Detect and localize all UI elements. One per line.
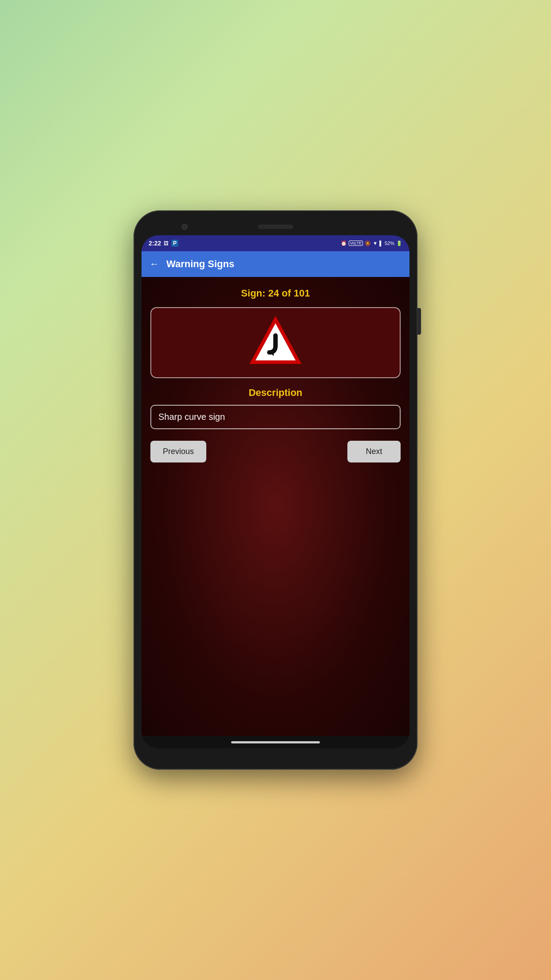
- warning-sign-svg: [249, 316, 302, 369]
- battery-percent: 52%: [385, 241, 394, 246]
- description-box: Sharp curve sign: [150, 405, 401, 429]
- bottom-bar: [142, 736, 409, 748]
- mute-icon: 🔕: [365, 241, 371, 246]
- phone-device: 2:22 🖼 P ⏰ VoLTE 🔕 ▼ ▌ 52% 🔋 ← Warning S…: [134, 210, 417, 770]
- previous-button[interactable]: Previous: [150, 441, 206, 462]
- description-label: Description: [248, 387, 302, 399]
- traffic-sign-image: [249, 316, 302, 369]
- button-row: Previous Next: [150, 441, 401, 462]
- next-button[interactable]: Next: [347, 441, 401, 462]
- volte-icon: VoLTE: [349, 241, 363, 246]
- parking-icon: P: [171, 240, 178, 247]
- bottom-indicator: [231, 741, 320, 743]
- phone-screen: 2:22 🖼 P ⏰ VoLTE 🔕 ▼ ▌ 52% 🔋 ← Warning S…: [142, 235, 409, 748]
- app-bar: ← Warning Signs: [142, 251, 409, 277]
- phone-speaker: [258, 225, 293, 229]
- sign-counter: Sign: 24 of 101: [241, 288, 310, 299]
- phone-bottom: [142, 748, 409, 762]
- wifi-icon: ▼: [373, 241, 378, 246]
- status-right: ⏰ VoLTE 🔕 ▼ ▌ 52% 🔋: [341, 241, 402, 246]
- power-button[interactable]: [417, 308, 421, 335]
- status-bar: 2:22 🖼 P ⏰ VoLTE 🔕 ▼ ▌ 52% 🔋: [142, 235, 409, 251]
- phone-top-bar: [142, 218, 409, 235]
- sign-image-box: [150, 307, 401, 378]
- description-text: Sharp curve sign: [158, 412, 225, 422]
- back-button[interactable]: ←: [150, 258, 159, 270]
- alarm-icon: ⏰: [341, 241, 347, 246]
- phone-camera: [181, 224, 188, 230]
- status-time: 2:22: [149, 240, 161, 247]
- app-title: Warning Signs: [166, 258, 234, 270]
- status-left: 2:22 🖼 P: [149, 240, 178, 247]
- battery-icon: 🔋: [396, 241, 402, 246]
- signal-icon: ▌: [379, 241, 383, 246]
- photo-icon: 🖼: [164, 241, 169, 246]
- content-area: Sign: 24 of 101: [142, 277, 409, 736]
